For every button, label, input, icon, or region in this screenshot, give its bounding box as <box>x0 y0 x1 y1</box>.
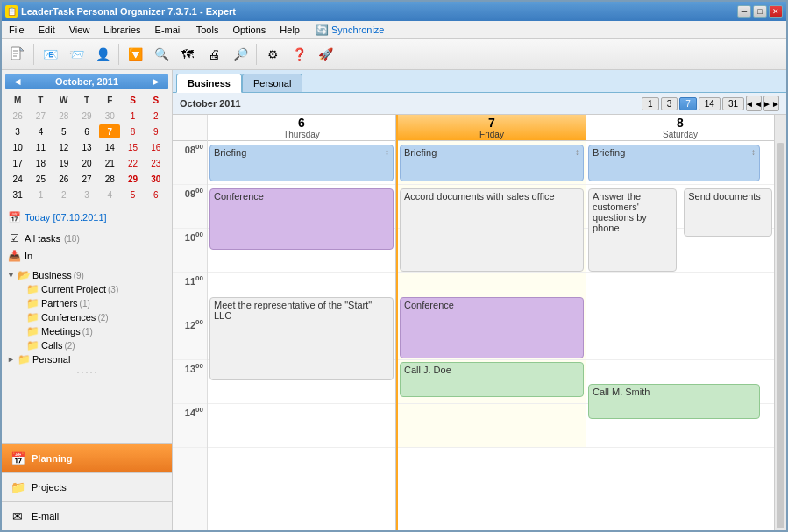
projects-nav-button[interactable]: 📁 Projects <box>2 472 172 501</box>
event-meet-6[interactable]: Meet the representative of the "Start" L… <box>209 297 394 380</box>
cal-day[interactable]: 30 <box>146 172 167 186</box>
cal-next-button[interactable]: ►► <box>763 96 779 111</box>
run-button[interactable]: 🚀 <box>313 42 337 67</box>
cal-day[interactable]: 26 <box>7 109 28 123</box>
menu-options[interactable]: Options <box>225 23 273 37</box>
event-answer-8[interactable]: Answer the customers' questions by phone <box>588 188 677 272</box>
cal-day[interactable]: 13 <box>76 140 97 154</box>
day-header-8[interactable]: 8 Saturday <box>586 115 774 141</box>
cal-day[interactable]: 6 <box>76 124 97 138</box>
view-14day[interactable]: 14 <box>699 97 721 110</box>
cal-day[interactable]: 20 <box>76 156 97 170</box>
search2-button[interactable]: 🔎 <box>228 42 252 67</box>
menu-edit[interactable]: Edit <box>32 23 62 37</box>
menu-libraries[interactable]: Libraries <box>96 23 147 37</box>
today-link[interactable]: 📅 Today [07.10.2011] <box>4 209 170 226</box>
event-conference-7[interactable]: Conference <box>400 297 584 358</box>
view-31day[interactable]: 31 <box>722 97 744 110</box>
menu-view[interactable]: View <box>62 23 97 37</box>
conferences-folder[interactable]: 📁 Conferences (2) <box>23 310 170 324</box>
new-button[interactable] <box>5 42 30 67</box>
event-accord-7[interactable]: Accord documents with sales office <box>400 188 584 272</box>
cal-day[interactable]: 29 <box>122 172 143 186</box>
sync-button[interactable]: 🔄 Synchronize <box>310 22 390 38</box>
cal-day[interactable]: 16 <box>146 140 167 154</box>
cal-day[interactable]: 10 <box>7 140 28 154</box>
menu-help[interactable]: Help <box>273 23 307 37</box>
cal-day[interactable]: 19 <box>53 156 75 170</box>
event-resize-handle[interactable]: ↕ <box>751 147 756 157</box>
cal-day[interactable]: 5 <box>122 188 143 202</box>
event-resize-handle[interactable]: ↕ <box>385 147 389 157</box>
cal-day[interactable]: 11 <box>30 140 51 154</box>
cal-day[interactable]: 28 <box>53 109 75 123</box>
event-briefing-7[interactable]: Briefing ↕ <box>400 145 584 181</box>
cal-day[interactable]: 2 <box>146 109 167 123</box>
view-3day[interactable]: 3 <box>661 97 678 110</box>
event-resize-handle[interactable]: ↕ <box>575 147 579 157</box>
cal-day[interactable]: 28 <box>99 172 120 186</box>
day-header-6[interactable]: 6 Thursday <box>208 115 395 141</box>
cal-day[interactable]: 27 <box>30 109 51 123</box>
filter-button[interactable]: 🔽 <box>123 42 147 67</box>
cal-day[interactable]: 26 <box>53 172 75 186</box>
tab-personal[interactable]: Personal <box>242 74 302 92</box>
cal-day[interactable]: 12 <box>53 140 75 154</box>
in-link[interactable]: 📥 In <box>4 247 170 265</box>
current-project-folder[interactable]: 📁 Current Project (3) <box>23 282 170 296</box>
personal-folder[interactable]: ► 📁 Personal <box>4 352 170 366</box>
business-folder[interactable]: ▼ 📂 Business (9) <box>4 268 170 282</box>
all-tasks-link[interactable]: ☑ All tasks (18) <box>4 230 170 247</box>
cal-day[interactable]: 24 <box>7 172 28 186</box>
view-1day[interactable]: 1 <box>642 97 659 110</box>
minimize-button[interactable]: ─ <box>737 5 751 18</box>
menu-tools[interactable]: Tools <box>189 23 226 37</box>
cal-day[interactable]: 5 <box>53 124 75 138</box>
event-send-8[interactable]: Send documents <box>684 188 772 237</box>
partners-folder[interactable]: 📁 Partners (1) <box>23 296 170 310</box>
tab-business[interactable]: Business <box>176 74 242 93</box>
forward-button[interactable]: 📨 <box>64 42 89 67</box>
vertical-scrollbar[interactable] <box>774 115 786 530</box>
cal-day[interactable]: 2 <box>53 188 75 202</box>
event-calljdoe-7[interactable]: Call J. Doe <box>400 362 584 397</box>
cal-day[interactable]: 1 <box>122 109 143 123</box>
cal-day[interactable]: 8 <box>122 124 143 138</box>
view-7day[interactable]: 7 <box>679 97 697 110</box>
cal-day[interactable]: 17 <box>7 156 28 170</box>
map-button[interactable]: 🗺 <box>175 42 200 67</box>
maximize-button[interactable]: □ <box>753 5 767 18</box>
cal-day[interactable]: 27 <box>76 172 97 186</box>
event-briefing-6[interactable]: Briefing ↕ <box>209 145 394 181</box>
cal-day[interactable]: 31 <box>7 188 28 202</box>
contacts-button[interactable]: 👤 <box>90 42 115 67</box>
planning-nav-button[interactable]: 📅 Planning <box>2 443 172 472</box>
cal-day[interactable]: 21 <box>99 156 120 170</box>
prev-month-button[interactable]: ◄ <box>9 75 26 88</box>
event-conference-6[interactable]: Conference <box>209 188 394 250</box>
meetings-folder[interactable]: 📁 Meetings (1) <box>23 324 170 338</box>
email-button[interactable]: 📧 <box>38 42 62 67</box>
cal-day[interactable]: 1 <box>30 188 51 202</box>
cal-prev-button[interactable]: ◄◄ <box>746 96 762 111</box>
next-month-button[interactable]: ► <box>147 75 165 88</box>
search-binoculars-button[interactable]: 🔍 <box>149 42 174 67</box>
close-button[interactable]: ✕ <box>769 5 783 18</box>
cal-day[interactable]: 3 <box>76 188 97 202</box>
cal-day[interactable]: 29 <box>76 109 97 123</box>
menu-file[interactable]: File <box>2 23 32 37</box>
print-button[interactable]: 🖨 <box>202 42 226 67</box>
menu-email[interactable]: E-mail <box>148 23 189 37</box>
cal-day[interactable]: 25 <box>30 172 51 186</box>
help-button[interactable]: ❓ <box>287 42 311 67</box>
cal-day[interactable]: 3 <box>7 124 28 138</box>
email-nav-button[interactable]: ✉ E-mail <box>2 501 172 530</box>
event-briefing-8[interactable]: Briefing ↕ <box>588 145 760 181</box>
calls-folder[interactable]: 📁 Calls (2) <box>23 338 170 352</box>
cal-day[interactable]: 30 <box>99 109 120 123</box>
cal-day[interactable]: 22 <box>122 156 143 170</box>
event-callmsmith-8[interactable]: Call M. Smith <box>588 384 760 419</box>
cal-day[interactable]: 4 <box>99 188 120 202</box>
day-header-7[interactable]: 7 Friday <box>398 115 586 141</box>
cal-day[interactable]: 23 <box>146 156 167 170</box>
